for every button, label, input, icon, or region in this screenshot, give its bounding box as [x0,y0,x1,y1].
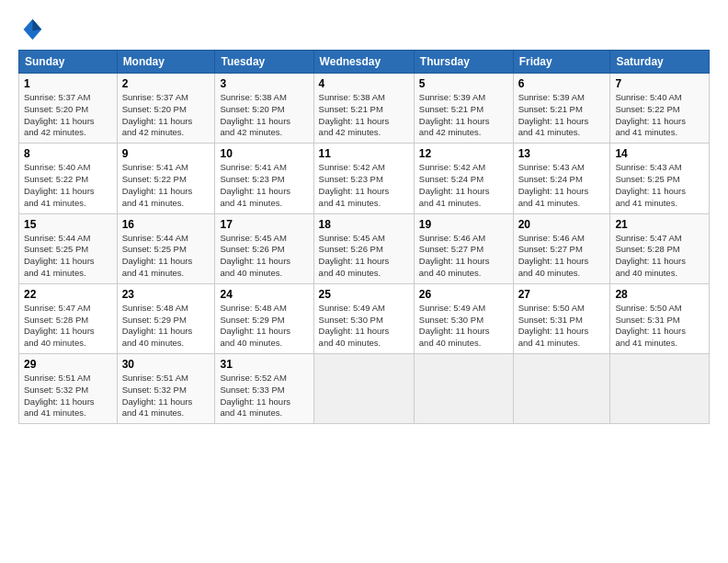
calendar-cell [313,354,414,424]
day-info: Sunrise: 5:51 AMSunset: 5:32 PMDaylight:… [122,373,210,419]
calendar-cell: 13Sunrise: 5:43 AMSunset: 5:24 PMDayligh… [513,144,610,213]
calendar-week-row: 29Sunrise: 5:51 AMSunset: 5:32 PMDayligh… [19,354,710,424]
column-header-monday: Monday [117,51,215,74]
calendar-week-row: 22Sunrise: 5:47 AMSunset: 5:28 PMDayligh… [19,283,710,353]
day-info: Sunrise: 5:47 AMSunset: 5:28 PMDaylight:… [615,233,704,280]
day-info: Sunrise: 5:48 AMSunset: 5:29 PMDaylight:… [220,303,308,350]
day-number: 31 [220,358,308,371]
day-info: Sunrise: 5:37 AMSunset: 5:20 PMDaylight:… [122,92,210,139]
calendar-cell: 27Sunrise: 5:50 AMSunset: 5:31 PMDayligh… [513,283,610,353]
calendar-cell: 31Sunrise: 5:52 AMSunset: 5:33 PMDayligh… [215,354,313,424]
calendar-cell [513,354,610,424]
header [18,17,710,42]
day-info: Sunrise: 5:43 AMSunset: 5:25 PMDaylight:… [615,162,704,209]
day-info: Sunrise: 5:46 AMSunset: 5:27 PMDaylight:… [419,233,508,280]
day-info: Sunrise: 5:40 AMSunset: 5:22 PMDaylight:… [24,162,112,209]
day-number: 12 [419,147,508,160]
day-info: Sunrise: 5:50 AMSunset: 5:31 PMDaylight:… [518,303,606,350]
day-info: Sunrise: 5:49 AMSunset: 5:30 PMDaylight:… [419,303,508,350]
calendar-cell: 26Sunrise: 5:49 AMSunset: 5:30 PMDayligh… [414,283,513,353]
logo-icon [18,17,44,42]
calendar-cell: 25Sunrise: 5:49 AMSunset: 5:30 PMDayligh… [313,283,414,353]
day-number: 6 [518,77,606,90]
day-info: Sunrise: 5:41 AMSunset: 5:23 PMDaylight:… [220,162,308,209]
calendar-cell: 9Sunrise: 5:41 AMSunset: 5:22 PMDaylight… [117,144,215,213]
calendar-cell: 11Sunrise: 5:42 AMSunset: 5:23 PMDayligh… [313,144,414,213]
calendar-cell: 16Sunrise: 5:44 AMSunset: 5:25 PMDayligh… [117,213,215,283]
day-info: Sunrise: 5:42 AMSunset: 5:23 PMDaylight:… [319,162,409,209]
logo [18,17,48,42]
calendar-cell: 24Sunrise: 5:48 AMSunset: 5:29 PMDayligh… [215,283,313,353]
day-number: 30 [122,358,210,371]
day-info: Sunrise: 5:44 AMSunset: 5:25 PMDaylight:… [122,233,210,280]
column-header-wednesday: Wednesday [313,51,414,74]
calendar-cell: 1Sunrise: 5:37 AMSunset: 5:20 PMDaylight… [19,74,118,144]
day-info: Sunrise: 5:38 AMSunset: 5:20 PMDaylight:… [220,92,308,139]
day-info: Sunrise: 5:44 AMSunset: 5:25 PMDaylight:… [24,233,112,280]
day-number: 17 [220,218,308,231]
calendar-cell: 3Sunrise: 5:38 AMSunset: 5:20 PMDaylight… [215,74,313,144]
calendar-cell: 21Sunrise: 5:47 AMSunset: 5:28 PMDayligh… [610,213,710,283]
calendar-cell: 22Sunrise: 5:47 AMSunset: 5:28 PMDayligh… [19,283,118,353]
calendar-cell [414,354,513,424]
calendar-cell: 7Sunrise: 5:40 AMSunset: 5:22 PMDaylight… [610,74,710,144]
day-number: 21 [615,218,704,231]
calendar-cell: 2Sunrise: 5:37 AMSunset: 5:20 PMDaylight… [117,74,215,144]
calendar-week-row: 1Sunrise: 5:37 AMSunset: 5:20 PMDaylight… [19,74,710,144]
day-number: 29 [24,358,112,371]
calendar-cell: 14Sunrise: 5:43 AMSunset: 5:25 PMDayligh… [610,144,710,213]
day-number: 14 [615,147,704,160]
day-number: 28 [615,288,704,301]
day-number: 20 [518,218,606,231]
calendar-cell: 23Sunrise: 5:48 AMSunset: 5:29 PMDayligh… [117,283,215,353]
day-number: 3 [220,77,308,90]
day-number: 15 [24,218,112,231]
calendar-table: SundayMondayTuesdayWednesdayThursdayFrid… [18,50,710,424]
calendar-cell: 8Sunrise: 5:40 AMSunset: 5:22 PMDaylight… [19,144,118,213]
calendar-cell: 29Sunrise: 5:51 AMSunset: 5:32 PMDayligh… [19,354,118,424]
day-number: 25 [319,288,409,301]
day-info: Sunrise: 5:52 AMSunset: 5:33 PMDaylight:… [220,373,308,419]
day-number: 13 [518,147,606,160]
day-number: 9 [122,147,210,160]
day-info: Sunrise: 5:46 AMSunset: 5:27 PMDaylight:… [518,233,606,280]
day-number: 2 [122,77,210,90]
day-info: Sunrise: 5:49 AMSunset: 5:30 PMDaylight:… [319,303,409,350]
day-info: Sunrise: 5:38 AMSunset: 5:21 PMDaylight:… [319,92,409,139]
day-number: 8 [24,147,112,160]
day-number: 19 [419,218,508,231]
day-number: 18 [319,218,409,231]
calendar-cell: 28Sunrise: 5:50 AMSunset: 5:31 PMDayligh… [610,283,710,353]
day-number: 26 [419,288,508,301]
column-header-friday: Friday [513,51,610,74]
calendar-cell [610,354,710,424]
calendar-cell: 19Sunrise: 5:46 AMSunset: 5:27 PMDayligh… [414,213,513,283]
day-number: 11 [319,147,409,160]
day-number: 10 [220,147,308,160]
day-number: 27 [518,288,606,301]
calendar-cell: 4Sunrise: 5:38 AMSunset: 5:21 PMDaylight… [313,74,414,144]
day-info: Sunrise: 5:45 AMSunset: 5:26 PMDaylight:… [220,233,308,280]
svg-marker-1 [32,19,41,31]
calendar-cell: 5Sunrise: 5:39 AMSunset: 5:21 PMDaylight… [414,74,513,144]
day-info: Sunrise: 5:47 AMSunset: 5:28 PMDaylight:… [24,303,112,350]
calendar-week-row: 15Sunrise: 5:44 AMSunset: 5:25 PMDayligh… [19,213,710,283]
column-header-tuesday: Tuesday [215,51,313,74]
page: SundayMondayTuesdayWednesdayThursdayFrid… [0,0,728,433]
calendar-cell: 6Sunrise: 5:39 AMSunset: 5:21 PMDaylight… [513,74,610,144]
calendar-cell: 17Sunrise: 5:45 AMSunset: 5:26 PMDayligh… [215,213,313,283]
day-info: Sunrise: 5:43 AMSunset: 5:24 PMDaylight:… [518,162,606,209]
day-info: Sunrise: 5:45 AMSunset: 5:26 PMDaylight:… [319,233,409,280]
calendar-week-row: 8Sunrise: 5:40 AMSunset: 5:22 PMDaylight… [19,144,710,213]
day-info: Sunrise: 5:39 AMSunset: 5:21 PMDaylight:… [518,92,606,139]
column-header-saturday: Saturday [610,51,710,74]
day-number: 22 [24,288,112,301]
day-number: 24 [220,288,308,301]
day-number: 1 [24,77,112,90]
calendar-cell: 12Sunrise: 5:42 AMSunset: 5:24 PMDayligh… [414,144,513,213]
day-number: 23 [122,288,210,301]
day-info: Sunrise: 5:40 AMSunset: 5:22 PMDaylight:… [615,92,704,139]
day-info: Sunrise: 5:48 AMSunset: 5:29 PMDaylight:… [122,303,210,350]
day-number: 7 [615,77,704,90]
calendar-cell: 30Sunrise: 5:51 AMSunset: 5:32 PMDayligh… [117,354,215,424]
